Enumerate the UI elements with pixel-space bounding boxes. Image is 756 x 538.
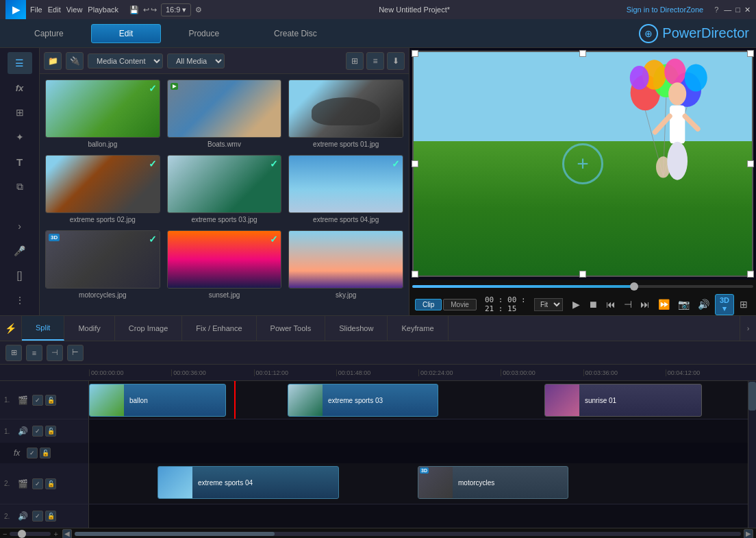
track-lock-toggle[interactable]: 🔓 [40, 448, 51, 458]
add-media-button[interactable]: 📁 [44, 52, 62, 70]
sidebar-item-fx[interactable]: fx [8, 77, 32, 99]
zoom-handle[interactable] [18, 530, 26, 538]
menu-file[interactable]: File [30, 5, 42, 14]
timeline-btn-4[interactable]: ⊢ [67, 345, 84, 361]
timeline-right-thumb[interactable] [748, 382, 756, 411]
track-visibility-toggle[interactable]: ✓ [32, 395, 43, 406]
movie-tab[interactable]: Movie [443, 299, 477, 310]
media-grid-scroll[interactable]: ✓ ballon.jpg ▶ Boats.wmv [40, 74, 409, 315]
timeline-btn-3[interactable]: ⊣ [47, 345, 63, 361]
redo-icon[interactable]: ↪ [151, 5, 157, 14]
track-mute-toggle[interactable]: ✓ [32, 426, 43, 437]
scroll-left-button[interactable]: ◀ [62, 529, 72, 539]
track-1-body[interactable]: ballon extreme sports 03 sunrise 01 [89, 381, 756, 419]
settings-icon[interactable]: ⚙ [195, 5, 202, 14]
track-lock-toggle[interactable]: 🔓 [45, 426, 56, 437]
zoom-slider[interactable] [10, 532, 51, 536]
zoom-out-icon[interactable]: − [3, 530, 7, 538]
media-content-dropdown[interactable]: Media Content [88, 53, 163, 69]
grid-view-button[interactable]: ⊞ [346, 52, 364, 70]
tab-keyframe[interactable]: Keyframe [388, 316, 448, 341]
timeline-right-scrollbar[interactable] [748, 381, 756, 528]
timeline-btn-1[interactable]: ⊞ [5, 345, 22, 361]
fx-track-body[interactable] [89, 443, 756, 463]
tab-fix-enhance[interactable]: Fix / Enhance [182, 316, 256, 341]
play-button[interactable]: ▶ [570, 297, 583, 311]
media-item[interactable]: ✓ ballon.jpg [45, 80, 160, 148]
media-item[interactable]: sky.jpg [288, 230, 403, 299]
sidebar-collapse[interactable]: › [8, 215, 32, 237]
settings-button[interactable]: ⊞ [737, 297, 751, 311]
track-mute-toggle[interactable]: ✓ [32, 511, 43, 522]
media-item[interactable]: extreme sports 01.jpg [288, 80, 403, 148]
track-lock-toggle[interactable]: 🔓 [45, 511, 56, 522]
tab-capture[interactable]: Capture [7, 25, 91, 42]
sidebar-item-audio[interactable]: 🎤 [8, 240, 32, 262]
media-item[interactable]: ▶ Boats.wmv [167, 80, 282, 148]
sidebar-item-chapter[interactable]: ⋮ [8, 289, 32, 311]
track-visibility-toggle[interactable]: ✓ [32, 478, 43, 489]
aspect-dropdown[interactable]: 16:9 ▾ [161, 3, 191, 16]
sidebar-item-title[interactable]: T [8, 151, 32, 173]
fit-dropdown[interactable]: Fit [534, 298, 563, 311]
snapshot-button[interactable]: 📷 [675, 297, 692, 311]
preview-handle[interactable] [630, 282, 638, 291]
menu-edit[interactable]: Edit [48, 5, 61, 14]
scroll-thumb[interactable] [75, 532, 275, 536]
save-icon[interactable]: 💾 [129, 5, 139, 14]
clip-motorcycles[interactable]: 3D motorcycles [418, 466, 568, 499]
zoom-in-icon[interactable]: + [53, 530, 58, 538]
media-item[interactable]: ✓ extreme sports 04.jpg [288, 155, 403, 223]
sidebar-item-media[interactable]: ☰ [8, 52, 32, 74]
sign-in-link[interactable]: Sign in to DirectorZone [627, 5, 704, 14]
stop-button[interactable]: ⏹ [585, 297, 601, 311]
track-lock-toggle[interactable]: 🔓 [45, 478, 56, 489]
tab-create-disc[interactable]: Create Disc [247, 25, 344, 42]
sidebar-item-pip[interactable]: ⊞ [8, 101, 32, 123]
list-view-button[interactable]: ≡ [366, 52, 384, 70]
maximize-icon[interactable]: □ [735, 5, 740, 14]
tab-produce[interactable]: Produce [161, 25, 247, 42]
clip-extreme3[interactable]: extreme sports 03 [288, 384, 438, 417]
tab-edit[interactable]: Edit [91, 24, 162, 43]
menu-view[interactable]: View [66, 5, 83, 14]
sidebar-item-transition[interactable]: ⧉ [8, 175, 32, 197]
audio-button[interactable]: 🔊 [695, 297, 712, 311]
plugin-button[interactable]: 🔌 [66, 52, 84, 70]
next-frame-button[interactable]: ⏭ [638, 297, 653, 311]
sidebar-item-particle[interactable]: ✦ [8, 126, 32, 148]
timeline-btn-2[interactable]: ≡ [26, 345, 42, 361]
smart-tool-icon[interactable]: ⚡ [0, 315, 22, 341]
clip-ballon[interactable]: ballon [89, 384, 226, 417]
preview-progress-bar[interactable] [412, 285, 753, 288]
playhead[interactable] [234, 381, 236, 419]
track-audio-2-body[interactable] [89, 504, 756, 528]
clip-tab[interactable]: Clip [415, 299, 442, 310]
track-lock-toggle[interactable]: 🔓 [45, 395, 56, 406]
fast-forward-button[interactable]: ⏩ [655, 297, 672, 311]
track-2-body[interactable]: extreme sports 04 3D motorcycles [89, 463, 756, 504]
3d-button[interactable]: 3D ▾ [715, 294, 734, 315]
tab-crop-image[interactable]: Crop Image [115, 316, 182, 341]
clip-sunrise[interactable]: sunrise 01 [544, 384, 702, 417]
scroll-right-button[interactable]: ▶ [744, 529, 753, 539]
sidebar-item-subtitle[interactable]: [] [8, 265, 32, 286]
media-item[interactable]: ✓ extreme sports 03.jpg [167, 155, 282, 223]
mark-in-button[interactable]: ⊣ [621, 297, 635, 311]
undo-icon[interactable]: ↩ [143, 5, 149, 14]
menu-playback[interactable]: Playback [88, 5, 118, 14]
track-fx-toggle[interactable]: ✓ [27, 448, 38, 458]
tab-slideshow[interactable]: Slideshow [325, 316, 388, 341]
media-item[interactable]: ✓ extreme sports 02.jpg [45, 155, 160, 223]
help-icon[interactable]: ? [714, 5, 718, 14]
tab-split[interactable]: Split [22, 316, 64, 341]
add-to-timeline-button[interactable]: + [562, 143, 603, 184]
all-media-dropdown[interactable]: All Media [167, 53, 225, 69]
media-item[interactable]: ✓ sunset.jpg [167, 230, 282, 299]
close-icon[interactable]: ✕ [744, 5, 751, 14]
tab-power-tools[interactable]: Power Tools [257, 316, 326, 341]
tab-modify[interactable]: Modify [64, 316, 114, 341]
timeline-horizontal-scrollbar[interactable] [75, 532, 741, 536]
minimize-icon[interactable]: — [724, 5, 731, 14]
track-audio-1-body[interactable] [89, 419, 756, 443]
